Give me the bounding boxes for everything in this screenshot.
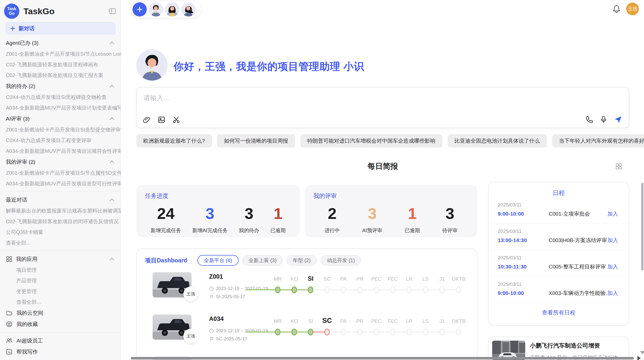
app-logo: Task Go bbox=[4, 4, 19, 19]
app-item-product[interactable]: 产品管理 bbox=[0, 275, 121, 286]
join-button[interactable]: 加入 bbox=[607, 263, 618, 270]
milestone-timeline: MR KO SI SC PA PR PEC FEC LR LS J1 OKTB bbox=[229, 273, 476, 296]
chevron-up-icon bbox=[110, 199, 114, 203]
recent-chat-item[interactable]: C02-飞腾新能源轻客改款项目的闭环通告反馈情况 bbox=[0, 216, 121, 227]
svg-text:PA: PA bbox=[340, 318, 347, 324]
project-owner-badge: 王强 bbox=[183, 329, 198, 343]
tab-year-model[interactable]: 年型 (2) bbox=[286, 255, 317, 266]
chevron-up-icon bbox=[110, 258, 114, 262]
scroll-down-arrow[interactable] bbox=[640, 351, 644, 354]
suggestion-chip[interactable]: 欧洲新规最近颁布了什么? bbox=[136, 134, 212, 147]
schedule-entry: 2025/03/11 9:00-10:00 X003-车辆动力学性能验... 加… bbox=[489, 276, 629, 303]
agent-avatar-2[interactable] bbox=[165, 2, 179, 17]
schedule-event-title: C005-整车工程目标评审 bbox=[549, 263, 607, 270]
notification-bell-icon[interactable] bbox=[612, 5, 621, 13]
assistant-avatar bbox=[136, 49, 168, 81]
sidebar-item-cloud-space[interactable]: 我的云空间 bbox=[0, 307, 121, 319]
suggestion-chip[interactable]: 比亚迪全固态电池计划具体说了什么 bbox=[448, 134, 547, 147]
svg-text:LR: LR bbox=[406, 276, 413, 282]
view-all-apps[interactable]: 查看全部... bbox=[0, 297, 121, 307]
sidebar-header: Task Go TaskGo bbox=[0, 0, 121, 19]
section-agent-done[interactable]: Agent已办 (3) bbox=[0, 37, 121, 49]
sidebar-item[interactable]: Z001-全新燃油轻卡产品开发项目SI造型提交物评审 bbox=[0, 124, 121, 135]
tab-powertrain[interactable]: 动总开发 (1) bbox=[320, 255, 361, 266]
section-my-review[interactable]: 我的评审 (2) bbox=[0, 156, 121, 168]
join-button[interactable]: 加入 bbox=[607, 237, 618, 244]
join-button[interactable]: 加入 bbox=[607, 290, 618, 297]
sidebar-item[interactable]: A034-全新新能源MUV产品开发项目造型可行性评审 bbox=[0, 178, 121, 189]
section-my-todo[interactable]: 我的待办 (2) bbox=[0, 81, 121, 92]
microphone-icon[interactable] bbox=[600, 116, 607, 123]
image-icon[interactable] bbox=[158, 116, 165, 124]
sidebar-item-creative-draw[interactable]: 创意制图 bbox=[0, 357, 121, 360]
task-progress-card: 任务进度 24 新增完成任务 3 新增AI完成任务 3 我的待办 1 已逾期 bbox=[136, 185, 300, 237]
view-all-chats[interactable]: 查看全部... bbox=[0, 237, 121, 248]
attachment-icon[interactable] bbox=[143, 116, 151, 124]
send-icon[interactable] bbox=[614, 115, 622, 124]
my-review-card: 我的评审 2 进行中 3 AI预评审 1 已逾期 3 待评审 bbox=[305, 185, 477, 237]
app-item-change[interactable]: 变更管理 bbox=[0, 286, 121, 297]
tab-new-body[interactable]: 全新上装 (3) bbox=[242, 255, 283, 266]
scroll-right-arrow[interactable] bbox=[637, 356, 641, 360]
message-input[interactable] bbox=[143, 92, 449, 104]
section-my-apps[interactable]: 我的应用 bbox=[0, 253, 121, 265]
svg-text:PEC: PEC bbox=[371, 276, 382, 282]
vertical-scrollbar-thumb[interactable] bbox=[641, 183, 643, 271]
composer-right-icons bbox=[586, 115, 622, 124]
sidebar-item[interactable]: C0X4-动力总成开发项目SI里程碑提交物检查 bbox=[0, 92, 121, 102]
sidebar-item-help-write[interactable]: 帮我写作 bbox=[0, 346, 121, 357]
agent-avatar-1[interactable] bbox=[149, 2, 163, 17]
schedule-entry: 2025/03/11 10:30-11:30 C005-整车工程目标评审 加入 bbox=[489, 250, 629, 276]
ai-employee-label: AI超级员工 bbox=[17, 337, 43, 344]
user-avatar[interactable]: 王强 bbox=[626, 3, 639, 15]
view-all-schedule-link[interactable]: 查看所有日程 bbox=[489, 309, 629, 317]
stat-ai-pre-review: 3 AI预评审 bbox=[362, 204, 382, 234]
logo-text-top: Task bbox=[7, 7, 16, 11]
horizontal-scrollbar-thumb[interactable] bbox=[131, 357, 634, 359]
folder-icon bbox=[6, 310, 12, 316]
join-button[interactable]: 加入 bbox=[607, 210, 618, 217]
tab-new-platform[interactable]: 全新平台 (4) bbox=[197, 255, 239, 266]
suggestion-chip[interactable]: 如何写一份清晰的项目周报 bbox=[217, 134, 295, 147]
favorites-label: 我的收藏 bbox=[17, 321, 38, 328]
sidebar-item[interactable]: C02-飞腾新能源轻客改款项目立项汇报方案 bbox=[0, 70, 121, 81]
new-conversation-button[interactable]: 新对话 bbox=[6, 22, 115, 34]
scissors-icon[interactable] bbox=[172, 116, 180, 124]
sidebar-item[interactable]: C0X4-动力总成开发项目工程变更评审 bbox=[0, 135, 121, 146]
sidebar-item-favorites[interactable]: 我的收藏 bbox=[0, 319, 121, 330]
suggestion-chip[interactable]: 特朗普可能对进口汽车增税会对中国车企造成哪些影响 bbox=[300, 134, 442, 147]
svg-text:KO: KO bbox=[291, 318, 298, 324]
section-recent-chats[interactable]: 最近对话 bbox=[0, 194, 121, 205]
sidebar-item[interactable]: A034-全新新能源MUV产品开发项目法规符合性评审 bbox=[0, 146, 121, 156]
phone-call-icon[interactable] bbox=[586, 116, 593, 123]
app-item-project[interactable]: 项目管理 bbox=[0, 265, 121, 275]
sidebar-item[interactable]: Z001-全新燃油皮卡产品开发项目SI节点Lesson Learn报告 bbox=[0, 49, 121, 59]
divider bbox=[0, 332, 121, 333]
star-badge-icon bbox=[6, 321, 12, 327]
sidebar-collapse-icon[interactable] bbox=[109, 7, 116, 15]
news-card[interactable]: 小鹏飞行汽车制造公司增资 天眼查 App 显示，近日广州汇天飞行汽... bbox=[488, 337, 629, 360]
sidebar-item[interactable]: C02-飞腾新能源轻客改款项目里程碑画布 bbox=[0, 59, 121, 70]
layout-grid-icon[interactable] bbox=[615, 163, 622, 170]
agent-avatar-3[interactable] bbox=[181, 2, 196, 17]
sidebar-item[interactable]: A034-全新新能源MUV产品开发项目计划变更表编写 bbox=[0, 102, 121, 113]
section-ai-review[interactable]: AI评审 (3) bbox=[0, 113, 121, 124]
recent-chat-item[interactable]: 解释最新出台的欧盟报废车法规再生塑料比例被调至15%... bbox=[0, 205, 121, 216]
svg-text:SC: SC bbox=[324, 276, 331, 282]
suggestion-chip[interactable]: 当下年轻人对汽车外观有怎样的喜好趋势 bbox=[552, 134, 644, 147]
schedule-event-title: C003|H0B-方案冻结评审 bbox=[549, 237, 607, 244]
clock-icon bbox=[209, 328, 214, 333]
app-title: TaskGo bbox=[23, 6, 109, 16]
daily-briefing-title: 每日简报 bbox=[136, 161, 629, 172]
chevron-up-icon bbox=[110, 42, 114, 46]
schedule-date: 2025/03/11 bbox=[498, 281, 629, 287]
add-agent-button[interactable] bbox=[133, 2, 147, 17]
sidebar-item-ai-employee[interactable]: AI超级员工 bbox=[0, 335, 121, 346]
sidebar-item[interactable]: Z001-全新燃油轻卡产品开发项目SI节点属性5D文件评审 bbox=[0, 168, 121, 178]
sidebar: Task Go TaskGo 新对话 Agent已办 (3) Z001-全新燃油… bbox=[0, 0, 121, 360]
divider bbox=[0, 191, 121, 192]
svg-text:OKTB: OKTB bbox=[452, 276, 465, 282]
recent-chat-item[interactable]: 公司Q3轻卡销量 bbox=[0, 227, 121, 237]
svg-text:J1: J1 bbox=[439, 318, 445, 324]
project-code: Z001 bbox=[209, 273, 223, 280]
